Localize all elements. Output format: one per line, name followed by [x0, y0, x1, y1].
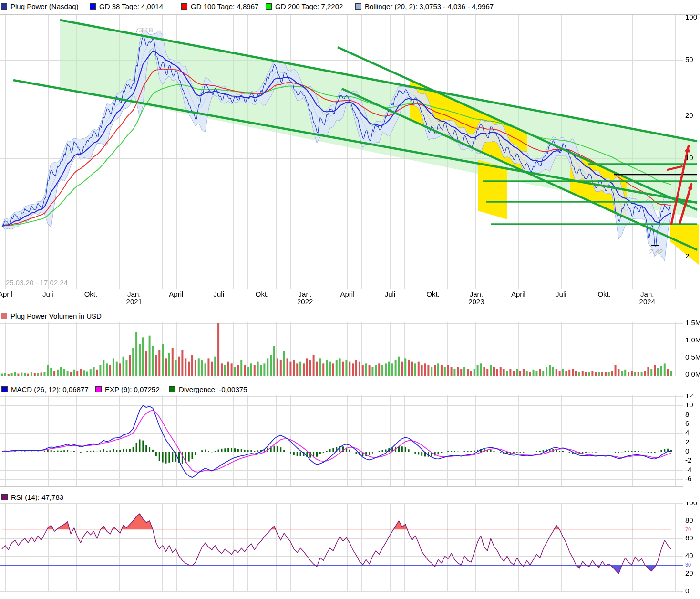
volume-swatch [1, 313, 7, 319]
gd200-swatch [266, 3, 272, 10]
legend-item-gd38: GD 38 Tage: 4,0014 [90, 1, 163, 11]
legend-label: EXP (9): 0,07252 [105, 385, 160, 393]
rsi-legend: RSI (14): 47,783 [0, 492, 700, 502]
rsi-chart-canvas[interactable] [0, 502, 700, 599]
gd38-swatch [90, 3, 96, 10]
macd-chart-canvas[interactable] [0, 394, 700, 491]
legend-item-gd100: GD 100 Tage: 4,8967 [181, 1, 258, 11]
legend-label: MACD (26, 12): 0,06877 [11, 385, 89, 393]
legend-item-gd200: GD 200 Tage: 7,2202 [266, 1, 343, 11]
legend-label: GD 200 Tage: 7,2202 [275, 2, 343, 10]
legend-label: Plug Power (Nasdaq) [10, 2, 79, 10]
legend-item-divergence: Divergence: -0,00375 [169, 384, 247, 394]
divergence-swatch [169, 386, 175, 392]
legend-label: GD 38 Tage: 4,0014 [99, 2, 163, 10]
price-chart-canvas[interactable] [0, 13, 700, 309]
macd-legend: MACD (26, 12): 0,06877 EXP (9): 0,07252 … [0, 384, 700, 394]
legend-item-plug-power: Plug Power (Nasdaq) [1, 1, 79, 11]
stock-chart-application: Plug Power (Nasdaq) GD 38 Tage: 4,0014 G… [0, 0, 700, 599]
legend-label: GD 100 Tage: 4,8967 [191, 2, 258, 10]
legend-label: Plug Power Volumen in USD [10, 312, 102, 320]
macd-swatch [1, 386, 8, 392]
legend-item-macd: MACD (26, 12): 0,06877 [1, 384, 89, 394]
legend-item-bollinger: Bollinger (20, 2): 3,0753 - 4,036 - 4,99… [355, 1, 494, 11]
legend-label: Bollinger (20, 2): 3,0753 - 4,036 - 4,99… [365, 2, 494, 10]
volume-chart-canvas[interactable] [0, 320, 700, 381]
legend-item-volume: Plug Power Volumen in USD [1, 311, 102, 320]
plug-power-swatch [1, 3, 7, 10]
exp-swatch [95, 386, 102, 392]
legend-label: RSI (14): 47,783 [11, 493, 63, 501]
bollinger-swatch [355, 3, 361, 10]
legend-label: Divergence: -0,00375 [179, 385, 247, 393]
rsi-swatch [1, 494, 8, 500]
legend-item-exp: EXP (9): 0,07252 [95, 384, 160, 394]
price-legend: Plug Power (Nasdaq) GD 38 Tage: 4,0014 G… [0, 1, 700, 11]
legend-item-rsi: RSI (14): 47,783 [1, 492, 63, 502]
volume-legend: Plug Power Volumen in USD [0, 311, 700, 320]
gd100-swatch [181, 3, 187, 10]
